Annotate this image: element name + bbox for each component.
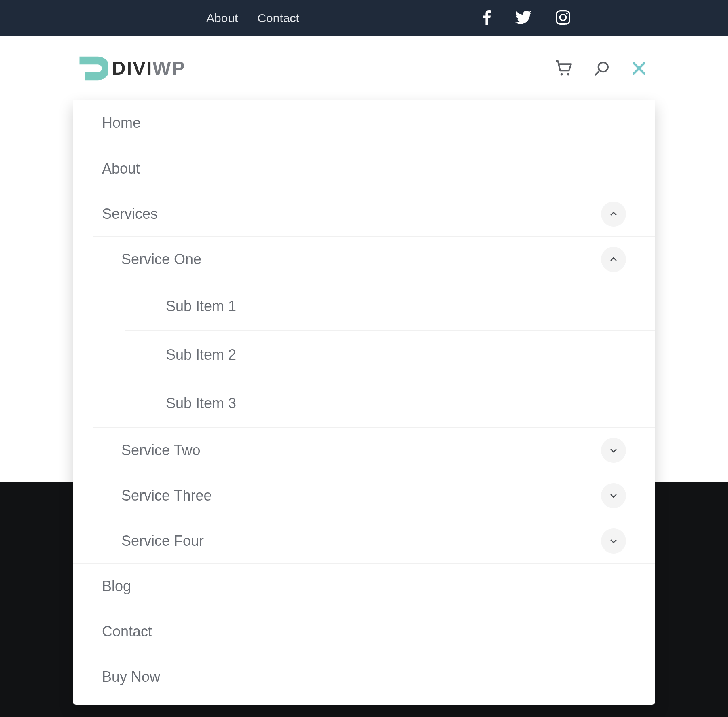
menu-item-sub-item-3[interactable]: Sub Item 3 bbox=[125, 379, 655, 427]
svg-point-2 bbox=[567, 73, 569, 75]
header: DIVIWP bbox=[0, 36, 728, 100]
menu-item-label: Service Three bbox=[121, 487, 212, 504]
logo-mark-icon bbox=[77, 53, 108, 84]
header-icons bbox=[555, 60, 647, 76]
facebook-icon[interactable] bbox=[483, 10, 491, 26]
topbar-link-about[interactable]: About bbox=[206, 11, 238, 25]
chevron-down-icon[interactable] bbox=[601, 483, 626, 508]
logo-text-sub: WP bbox=[152, 57, 185, 79]
chevron-down-icon[interactable] bbox=[601, 528, 626, 554]
twitter-icon[interactable] bbox=[515, 11, 531, 26]
svg-point-1 bbox=[561, 73, 563, 75]
menu-item-sub-item-1[interactable]: Sub Item 1 bbox=[125, 282, 655, 330]
search-icon[interactable] bbox=[594, 60, 610, 76]
menu-item-service-two[interactable]: Service Two bbox=[93, 427, 655, 473]
menu-item-label: Home bbox=[102, 115, 141, 132]
services-submenu: Service One Sub Item 1 Sub Item 2 Sub It… bbox=[73, 236, 655, 563]
menu-item-services[interactable]: Services bbox=[73, 191, 655, 236]
menu-item-label: Service Two bbox=[121, 442, 200, 459]
logo-text-main: DIVI bbox=[112, 57, 152, 79]
menu-item-blog[interactable]: Blog bbox=[73, 563, 655, 609]
menu-item-label: About bbox=[102, 160, 140, 177]
svg-point-3 bbox=[599, 62, 608, 72]
instagram-icon[interactable] bbox=[556, 10, 570, 26]
chevron-up-icon[interactable] bbox=[601, 202, 626, 227]
menu-item-sub-item-2[interactable]: Sub Item 2 bbox=[125, 330, 655, 379]
menu-item-label: Contact bbox=[102, 623, 152, 640]
close-icon[interactable] bbox=[631, 60, 647, 76]
chevron-up-icon[interactable] bbox=[601, 247, 626, 272]
menu-item-label: Sub Item 3 bbox=[166, 395, 236, 412]
menu-item-label: Sub Item 1 bbox=[166, 298, 236, 315]
logo-text: DIVIWP bbox=[112, 57, 186, 79]
menu-item-contact[interactable]: Contact bbox=[73, 609, 655, 654]
mobile-menu-panel: Home About Services Service One Sub Item bbox=[73, 100, 655, 705]
menu-item-label: Buy Now bbox=[102, 668, 160, 685]
topbar-links: About Contact bbox=[206, 11, 299, 25]
menu-item-label: Service Four bbox=[121, 532, 204, 549]
menu-item-home[interactable]: Home bbox=[73, 100, 655, 146]
service-one-submenu: Sub Item 1 Sub Item 2 Sub Item 3 bbox=[73, 282, 655, 427]
cart-icon[interactable] bbox=[555, 60, 573, 76]
menu-item-label: Blog bbox=[102, 578, 131, 595]
svg-point-0 bbox=[566, 13, 568, 14]
page-body: Home About Services Service One Sub Item bbox=[0, 100, 728, 717]
topbar-link-contact[interactable]: Contact bbox=[257, 11, 299, 25]
menu-item-buy-now[interactable]: Buy Now bbox=[73, 654, 655, 699]
menu-item-label: Services bbox=[102, 206, 158, 223]
menu-item-about[interactable]: About bbox=[73, 146, 655, 191]
menu-item-service-three[interactable]: Service Three bbox=[93, 473, 655, 518]
menu-item-service-one[interactable]: Service One bbox=[93, 236, 655, 282]
topbar-social bbox=[483, 10, 570, 26]
menu-item-label: Service One bbox=[121, 251, 201, 268]
menu-item-label: Sub Item 2 bbox=[166, 346, 236, 363]
menu-item-service-four[interactable]: Service Four bbox=[93, 518, 655, 563]
topbar: About Contact bbox=[0, 0, 728, 36]
chevron-down-icon[interactable] bbox=[601, 438, 626, 463]
logo[interactable]: DIVIWP bbox=[77, 53, 186, 84]
svg-line-4 bbox=[595, 71, 599, 75]
